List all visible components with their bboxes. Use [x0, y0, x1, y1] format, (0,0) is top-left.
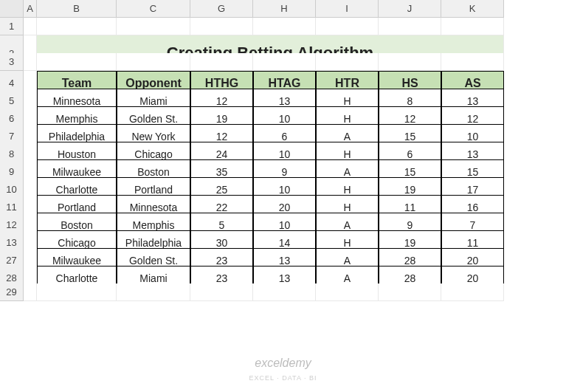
cell-blank[interactable]	[24, 283, 37, 301]
watermark: exceldemy	[255, 357, 311, 370]
cell-I3[interactable]	[316, 53, 379, 71]
cell-C1[interactable]	[117, 18, 190, 35]
col-header-H[interactable]: H	[253, 0, 316, 18]
cell-J1[interactable]	[379, 18, 441, 35]
cell-blank[interactable]	[441, 283, 504, 301]
col-header-C[interactable]: C	[117, 0, 190, 18]
cell-blank[interactable]	[379, 283, 441, 301]
cell-K1[interactable]	[441, 18, 504, 35]
col-header-I[interactable]: I	[316, 0, 379, 18]
cell-blank[interactable]	[117, 283, 190, 301]
row-header-3[interactable]: 3	[0, 53, 24, 71]
col-header-K[interactable]: K	[441, 0, 504, 18]
col-header-A[interactable]: A	[24, 0, 37, 18]
spreadsheet-grid: A B C G H I J K 1 2 Creating Betting Alg…	[0, 0, 566, 301]
cell-A1[interactable]	[24, 18, 37, 35]
cell-B1[interactable]	[37, 18, 117, 35]
cell-blank[interactable]	[190, 283, 253, 301]
row-header-1[interactable]: 1	[0, 18, 24, 35]
col-header-G[interactable]: G	[190, 0, 253, 18]
cell-blank[interactable]	[316, 283, 379, 301]
cell-H1[interactable]	[253, 18, 316, 35]
cell-G3[interactable]	[190, 53, 253, 71]
cell-B3[interactable]	[37, 53, 117, 71]
cell-H3[interactable]	[253, 53, 316, 71]
row-header-29[interactable]: 29	[0, 283, 24, 301]
cell-K3[interactable]	[441, 53, 504, 71]
col-header-J[interactable]: J	[379, 0, 441, 18]
col-header-B[interactable]: B	[37, 0, 117, 18]
watermark-sub: EXCEL · DATA · BI	[249, 374, 317, 382]
cell-G1[interactable]	[190, 18, 253, 35]
cell-blank[interactable]	[37, 283, 117, 301]
cell-I1[interactable]	[316, 18, 379, 35]
cell-A3[interactable]	[24, 53, 37, 71]
cell-blank[interactable]	[253, 283, 316, 301]
cell-C3[interactable]	[117, 53, 190, 71]
cell-J3[interactable]	[379, 53, 441, 71]
select-all-corner[interactable]	[0, 0, 24, 18]
